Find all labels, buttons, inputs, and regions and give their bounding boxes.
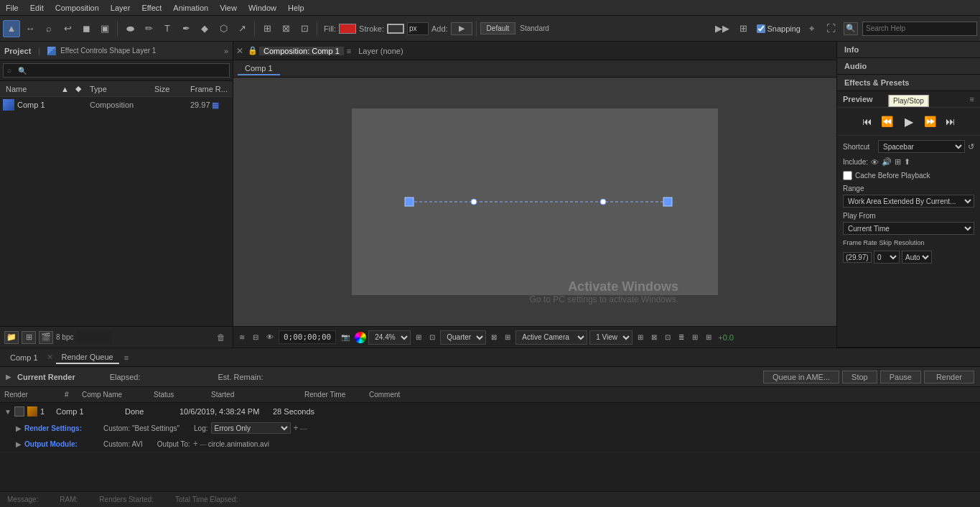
tool-shape-star[interactable]: ◆ bbox=[196, 20, 213, 37]
vt-viewer2[interactable]: ⊠ bbox=[648, 332, 660, 343]
toolbar-extra-btn[interactable]: ⊞ bbox=[735, 20, 752, 37]
tool-smear[interactable]: ↗ bbox=[233, 20, 251, 37]
tool-stamp[interactable]: ⬡ bbox=[215, 20, 232, 37]
project-search-input[interactable] bbox=[3, 63, 230, 78]
queue-ame-btn[interactable]: Queue in AME... bbox=[763, 371, 839, 383]
rs-add-btn[interactable]: + bbox=[294, 423, 299, 433]
comp-name-tab[interactable]: Comp 1 bbox=[238, 62, 280, 75]
vt-viewer4[interactable]: ≣ bbox=[676, 332, 687, 343]
menu-file[interactable]: File bbox=[0, 2, 24, 14]
new-comp-btn[interactable]: ⊞ bbox=[22, 331, 36, 344]
default-btn[interactable]: Default bbox=[480, 22, 516, 34]
tool-move[interactable]: ↔ bbox=[22, 20, 39, 37]
render-queue-tab[interactable]: Render Queue bbox=[56, 351, 119, 364]
vt-viewer6[interactable]: ⊞ bbox=[703, 332, 714, 343]
stroke-color-swatch[interactable] bbox=[387, 24, 404, 34]
tool-pen[interactable]: ✏ bbox=[140, 20, 157, 37]
menu-effect[interactable]: Effect bbox=[136, 2, 167, 14]
shortcut-dropdown[interactable]: Spacebar bbox=[878, 140, 965, 153]
menu-window[interactable]: Window bbox=[243, 2, 282, 14]
view-dropdown[interactable]: 1 View bbox=[589, 330, 633, 345]
shortcut-reset-btn[interactable]: ↺ bbox=[968, 142, 974, 152]
col-size-header[interactable]: Size bbox=[154, 85, 190, 93]
tool-extra1[interactable]: ⊠ bbox=[277, 20, 294, 37]
tool-rect-mask[interactable]: ▣ bbox=[96, 20, 113, 37]
toolbar-expand-btn[interactable]: ▶▶ bbox=[714, 20, 731, 37]
tool-pin[interactable]: ✒ bbox=[177, 20, 195, 37]
color-correction-icon[interactable] bbox=[355, 332, 366, 343]
delete-item-btn[interactable]: 🗑 bbox=[214, 331, 228, 344]
snap-icon-1[interactable]: ⌖ bbox=[803, 20, 820, 37]
ri-checkbox[interactable] bbox=[14, 406, 24, 417]
vt-ripple-btn[interactable]: ≋ bbox=[236, 332, 248, 343]
new-folder-btn[interactable]: 📁 bbox=[4, 331, 19, 344]
tool-rotate[interactable]: ↩ bbox=[59, 20, 76, 37]
snap-icon-2[interactable]: ⛶ bbox=[822, 20, 839, 37]
log-dropdown[interactable]: Errors Only Plus Settings Plus Per Frame… bbox=[211, 422, 291, 434]
vt-camera-view-btn[interactable]: 👁 bbox=[263, 332, 276, 343]
vt-snapshot-btn[interactable]: 📷 bbox=[338, 332, 353, 343]
om-add-btn[interactable]: + bbox=[193, 439, 198, 449]
tool-camera[interactable]: ◼ bbox=[78, 20, 95, 37]
render-settings-label[interactable]: Render Settings: bbox=[24, 424, 103, 432]
tool-align[interactable]: ⊞ bbox=[258, 20, 276, 37]
new-item-btn[interactable]: 🎬 bbox=[39, 331, 53, 344]
col-name-header[interactable]: Name bbox=[3, 85, 61, 93]
audio-tab[interactable]: Audio bbox=[837, 58, 980, 75]
tool-select[interactable]: ▲ bbox=[3, 20, 20, 37]
menu-composition[interactable]: Composition bbox=[50, 2, 105, 14]
transport-step-fwd-btn[interactable]: ⏩ bbox=[923, 113, 938, 129]
search-btn[interactable]: 🔍 bbox=[844, 22, 858, 35]
tool-zoom[interactable]: ⌕ bbox=[40, 20, 57, 37]
list-item[interactable]: Comp 1 Composition 29.97 ▦ bbox=[0, 97, 233, 113]
render-btn[interactable]: Render bbox=[924, 371, 974, 383]
vt-channel-btn[interactable]: ⊞ bbox=[502, 332, 513, 343]
vt-viewer1[interactable]: ⊞ bbox=[635, 332, 646, 343]
include-audio-btn[interactable]: 🔊 bbox=[882, 157, 892, 167]
om-expand-btn[interactable]: ▶ bbox=[16, 440, 24, 448]
ri-expand-btn[interactable]: ▼ bbox=[4, 408, 13, 416]
menu-view[interactable]: View bbox=[214, 2, 243, 14]
output-module-label[interactable]: Output Module: bbox=[24, 440, 103, 448]
range-dropdown[interactable]: Work Area Extended By Current... bbox=[843, 195, 974, 208]
vt-grid-btn[interactable]: ⊟ bbox=[250, 332, 261, 343]
comp-tab-close-btn[interactable]: ✕ bbox=[233, 46, 246, 56]
col-framerate-header[interactable]: Frame R... bbox=[190, 85, 230, 93]
quality-dropdown[interactable]: Quarter Half Full bbox=[440, 330, 486, 345]
vt-viewer5[interactable]: ⊞ bbox=[689, 332, 701, 343]
frame-rate-value[interactable]: (29.97) bbox=[843, 252, 872, 263]
col-type-header[interactable]: Type bbox=[90, 85, 154, 93]
transport-step-back-btn[interactable]: ⏪ bbox=[879, 113, 895, 129]
play-from-dropdown[interactable]: Current Time bbox=[843, 222, 974, 235]
vt-toggle-btn[interactable]: ⊠ bbox=[488, 332, 500, 343]
vt-pixel-aspect-btn[interactable]: ⊡ bbox=[426, 332, 438, 343]
zoom-dropdown[interactable]: 24.4% 50% 100% bbox=[368, 330, 411, 345]
transport-play-btn[interactable]: ▶ bbox=[900, 112, 918, 131]
tool-shape-ellipse[interactable]: ⬬ bbox=[121, 20, 139, 37]
stroke-width-input[interactable] bbox=[407, 22, 429, 35]
include-video-btn[interactable]: 👁 bbox=[871, 158, 879, 167]
include-export-btn[interactable]: ⬆ bbox=[904, 157, 910, 167]
effects-presets-tab[interactable]: Effects & Presets bbox=[837, 75, 980, 91]
skip-dropdown[interactable]: 0 1 2 bbox=[874, 251, 900, 264]
search-help-input[interactable] bbox=[862, 22, 977, 36]
effect-controls-tab[interactable]: Effect Controls Shape Layer 1 bbox=[60, 47, 156, 55]
comp1-timeline-tab[interactable]: Comp 1 bbox=[4, 352, 44, 363]
camera-dropdown[interactable]: Active Camera bbox=[515, 330, 587, 345]
rs-expand-btn[interactable]: ▶ bbox=[16, 424, 24, 432]
timeline-menu-btn[interactable]: ≡ bbox=[124, 353, 129, 362]
include-overflow-btn[interactable]: ⊞ bbox=[895, 157, 901, 167]
stop-btn[interactable]: Stop bbox=[842, 371, 877, 383]
cache-checkbox[interactable] bbox=[843, 171, 852, 180]
transport-to-end-btn[interactable]: ⏭ bbox=[943, 113, 958, 129]
comp-tab-label[interactable]: Composition: Comp 1 bbox=[259, 47, 344, 55]
preview-menu-btn[interactable]: ≡ bbox=[970, 95, 974, 103]
vt-viewer3[interactable]: ⊡ bbox=[662, 332, 673, 343]
fill-color-swatch[interactable] bbox=[339, 24, 356, 34]
snapping-checkbox[interactable] bbox=[757, 24, 765, 33]
tool-text[interactable]: T bbox=[159, 20, 176, 37]
tool-extra2[interactable]: ⊡ bbox=[296, 20, 313, 37]
menu-help[interactable]: Help bbox=[282, 2, 310, 14]
menu-edit[interactable]: Edit bbox=[24, 2, 50, 14]
resolution-dropdown[interactable]: Auto Full Half bbox=[902, 251, 932, 264]
